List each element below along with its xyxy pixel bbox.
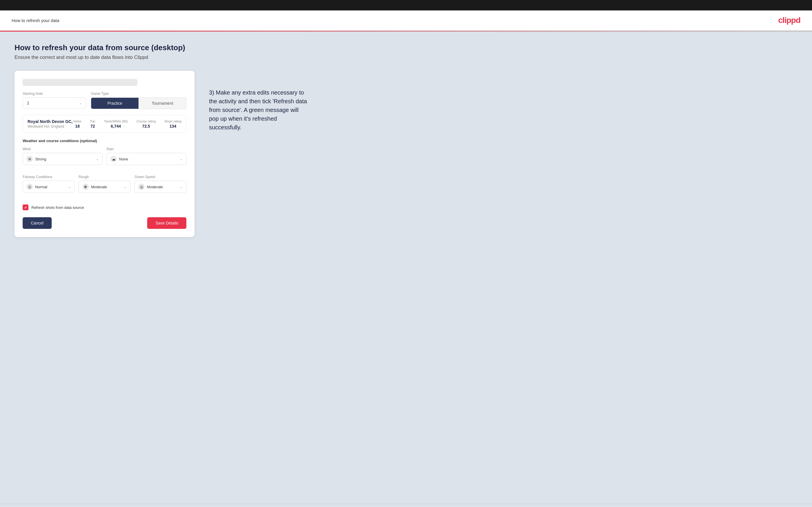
refresh-checkbox[interactable]: ✓ [22, 205, 29, 210]
chevron-down-icon: ⌄ [79, 101, 82, 105]
course-row: Royal North Devon GC, Westward Ho!, Engl… [23, 115, 186, 132]
rain-inner: None [110, 156, 128, 162]
cancel-button[interactable]: Cancel [22, 217, 52, 229]
conditions-bottom-row: Fairway Conditions Normal ⌄ Rough [22, 175, 186, 199]
card-stub [22, 79, 137, 86]
refresh-checkbox-row: ✓ Refresh shots from data source [22, 205, 186, 210]
starting-hole-group: Starting Hole 1 ⌄ [22, 92, 86, 109]
rough-label: Rough [79, 175, 131, 179]
slope-rating-stat: Slope rating 134 [164, 119, 182, 128]
rough-value: Moderate [91, 185, 107, 189]
conditions-title: Weather and course conditions (optional) [22, 138, 186, 143]
main-content: How to refresh your data from source (de… [0, 32, 812, 504]
fairway-select[interactable]: Normal ⌄ [22, 181, 74, 193]
yards-label: Yards/White (M)) [104, 119, 128, 123]
top-fields-row: Starting Hole 1 ⌄ Game Type Practice Tou… [22, 92, 186, 115]
course-stats: Holes 18 Par 72 Yards/White (M)) 6,744 [73, 119, 182, 128]
fairway-label: Fairway Conditions [22, 175, 74, 179]
fairway-group: Fairway Conditions Normal ⌄ [22, 175, 74, 193]
rough-icon [83, 184, 89, 190]
fairway-inner: Normal [27, 184, 47, 190]
rain-group: Rain None ⌄ [107, 147, 186, 165]
wind-label: Wind [22, 147, 102, 151]
save-button[interactable]: Save Details [147, 217, 186, 229]
par-value: 72 [90, 124, 95, 128]
chevron-down-icon: ⌄ [68, 185, 71, 189]
chevron-down-icon: ⌄ [96, 157, 99, 161]
header-title: How to refresh your data [12, 18, 59, 23]
game-type-label: Game Type [91, 92, 186, 96]
card: Starting Hole 1 ⌄ Game Type Practice Tou… [14, 71, 195, 237]
rain-value: None [119, 157, 128, 161]
course-rating-value: 72.5 [137, 124, 156, 128]
par-stat: Par 72 [90, 119, 95, 128]
fairway-value: Normal [35, 185, 47, 189]
wind-value: Strong [35, 157, 46, 161]
refresh-label: Refresh shots from data source [31, 205, 84, 210]
course-rating-stat: Course rating 72.5 [137, 119, 156, 128]
rough-inner: Moderate [83, 184, 107, 190]
rough-select[interactable]: Moderate ⌄ [79, 181, 131, 193]
rain-select[interactable]: None ⌄ [107, 153, 186, 165]
chevron-down-icon: ⌄ [180, 157, 183, 161]
page-subheading: Ensure the correct and most up to date d… [14, 55, 798, 60]
holes-value: 18 [73, 124, 82, 128]
course-info: Royal North Devon GC, Westward Ho!, Engl… [28, 119, 73, 128]
wind-group: Wind Strong ⌄ [22, 147, 102, 165]
wind-select[interactable]: Strong ⌄ [22, 153, 102, 165]
slope-rating-value: 134 [164, 124, 182, 128]
course-name: Royal North Devon GC, [28, 119, 73, 124]
green-label: Green Speed [135, 175, 186, 179]
game-type-toggle: Practice Tournament [91, 98, 186, 109]
starting-hole-value: 1 [27, 101, 29, 105]
yards-value: 6,744 [104, 124, 128, 128]
starting-hole-label: Starting Hole [22, 92, 86, 96]
chevron-down-icon: ⌄ [180, 185, 183, 189]
footer: Copyright Clippd 2022 [0, 504, 812, 507]
chevron-down-icon: ⌄ [124, 185, 126, 189]
practice-button[interactable]: Practice [91, 98, 139, 109]
side-text-content: 3) Make any extra edits necessary to the… [209, 88, 308, 132]
logo: clippd [778, 16, 800, 25]
game-type-group: Game Type Practice Tournament [91, 92, 186, 109]
starting-hole-select[interactable]: 1 ⌄ [22, 98, 86, 109]
green-value: Moderate [147, 185, 163, 189]
course-location: Westward Ho!, England [28, 124, 73, 128]
header: How to refresh your data clippd [0, 10, 812, 31]
rain-label: Rain [107, 147, 186, 151]
button-row: Cancel Save Details [22, 217, 186, 229]
tournament-button[interactable]: Tournament [139, 98, 186, 109]
conditions-top-row: Wind Strong ⌄ Rain None [22, 147, 186, 171]
page-heading: How to refresh your data from source (de… [14, 43, 798, 52]
yards-stat: Yards/White (M)) 6,744 [104, 119, 128, 128]
course-rating-label: Course rating [137, 119, 156, 123]
rough-group: Rough Moderate ⌄ [79, 175, 131, 193]
green-select[interactable]: Moderate ⌄ [135, 181, 186, 193]
holes-label: Holes [73, 119, 82, 123]
wind-inner: Strong [27, 156, 46, 162]
green-inner: Moderate [138, 184, 163, 190]
top-bar [0, 0, 812, 10]
content-area: Starting Hole 1 ⌄ Game Type Practice Tou… [14, 71, 798, 237]
wind-icon [27, 156, 33, 162]
fairway-icon [27, 184, 33, 190]
slope-rating-label: Slope rating [164, 119, 182, 123]
holes-stat: Holes 18 [73, 119, 82, 128]
rain-icon [110, 156, 117, 162]
course-table: Royal North Devon GC, Westward Ho!, Engl… [22, 115, 186, 133]
par-label: Par [90, 119, 95, 123]
checkmark-icon: ✓ [24, 205, 27, 210]
green-group: Green Speed Moderate ⌄ [135, 175, 186, 193]
side-text: 3) Make any extra edits necessary to the… [209, 71, 308, 132]
green-icon [138, 184, 145, 190]
